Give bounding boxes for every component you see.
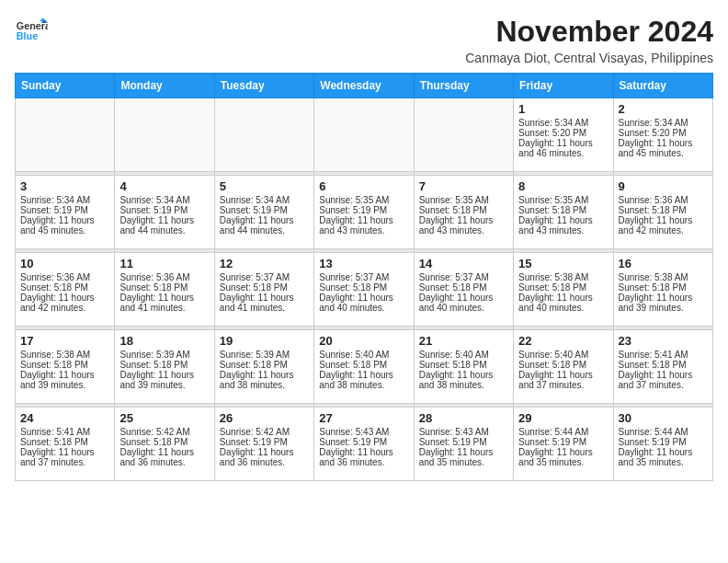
day-info-line: Sunset: 5:19 PM [518, 437, 608, 447]
day-info-line: Sunrise: 5:37 AM [419, 272, 508, 282]
day-info-line: Daylight: 11 hours and 36 minutes. [220, 447, 309, 467]
day-number: 23 [619, 334, 708, 348]
week-row-3: 10Sunrise: 5:36 AMSunset: 5:18 PMDayligh… [16, 253, 713, 327]
day-info-line: Daylight: 11 hours and 35 minutes. [619, 447, 708, 467]
day-info-line: Sunset: 5:18 PM [518, 205, 608, 215]
day-info-line: Daylight: 11 hours and 36 minutes. [119, 447, 209, 467]
day-info-line: Sunset: 5:18 PM [119, 437, 209, 447]
calendar-cell: 14Sunrise: 5:37 AMSunset: 5:18 PMDayligh… [414, 253, 513, 327]
day-info-line: Sunrise: 5:43 AM [319, 427, 408, 437]
page-header: General Blue November 2024 Canmaya Diot,… [15, 15, 713, 65]
day-info-line: Daylight: 11 hours and 43 minutes. [319, 215, 408, 236]
day-number: 28 [419, 411, 508, 425]
day-info-line: Daylight: 11 hours and 37 minutes. [619, 370, 708, 390]
day-info-line: Sunset: 5:18 PM [518, 282, 608, 293]
day-info-line: Sunset: 5:18 PM [20, 360, 109, 370]
day-info-line: Daylight: 11 hours and 41 minutes. [119, 293, 209, 313]
week-row-1: 1Sunrise: 5:34 AMSunset: 5:20 PMDaylight… [16, 98, 713, 172]
day-info-line: Daylight: 11 hours and 38 minutes. [220, 370, 309, 390]
week-row-4: 17Sunrise: 5:38 AMSunset: 5:18 PMDayligh… [16, 330, 713, 404]
day-number: 14 [419, 257, 508, 270]
day-number: 15 [518, 257, 608, 270]
day-number: 6 [319, 179, 408, 193]
day-info-line: Sunset: 5:18 PM [619, 360, 708, 370]
calendar-cell: 11Sunrise: 5:36 AMSunset: 5:18 PMDayligh… [115, 253, 214, 327]
day-info-line: Sunset: 5:18 PM [20, 437, 109, 447]
day-number: 5 [220, 179, 309, 193]
day-info-line: Sunset: 5:19 PM [419, 437, 508, 447]
day-header-sunday: Sunday [16, 74, 115, 98]
calendar-cell: 29Sunrise: 5:44 AMSunset: 5:19 PMDayligh… [514, 408, 613, 481]
day-info-line: Daylight: 11 hours and 39 minutes. [619, 293, 708, 313]
day-number: 19 [220, 334, 309, 348]
day-info-line: Daylight: 11 hours and 44 minutes. [220, 215, 309, 236]
day-number: 2 [619, 102, 708, 116]
day-info-line: Sunset: 5:18 PM [619, 282, 708, 293]
day-number: 8 [518, 179, 608, 193]
day-info-line: Sunrise: 5:39 AM [220, 350, 309, 360]
day-info-line: Daylight: 11 hours and 45 minutes. [20, 215, 109, 236]
day-info-line: Sunrise: 5:44 AM [518, 427, 608, 437]
day-info-line: Sunrise: 5:34 AM [220, 195, 309, 205]
day-info-line: Daylight: 11 hours and 35 minutes. [419, 447, 508, 467]
day-info-line: Daylight: 11 hours and 37 minutes. [518, 370, 608, 390]
day-info-line: Daylight: 11 hours and 46 minutes. [518, 138, 608, 158]
day-info-line: Sunset: 5:18 PM [119, 282, 209, 293]
day-info-line: Sunset: 5:18 PM [518, 360, 608, 370]
calendar-cell: 24Sunrise: 5:41 AMSunset: 5:18 PMDayligh… [16, 408, 115, 481]
day-number: 11 [119, 257, 209, 270]
day-info-line: Sunrise: 5:40 AM [419, 350, 508, 360]
day-info-line: Daylight: 11 hours and 40 minutes. [419, 293, 508, 313]
calendar-cell: 18Sunrise: 5:39 AMSunset: 5:18 PMDayligh… [115, 330, 214, 404]
day-number: 18 [119, 334, 209, 348]
day-info-line: Sunset: 5:19 PM [119, 205, 209, 215]
day-info-line: Daylight: 11 hours and 44 minutes. [119, 215, 209, 236]
day-number: 10 [20, 257, 109, 270]
calendar-cell: 6Sunrise: 5:35 AMSunset: 5:19 PMDaylight… [314, 176, 414, 249]
day-number: 9 [619, 179, 708, 193]
calendar-cell: 17Sunrise: 5:38 AMSunset: 5:18 PMDayligh… [16, 330, 115, 404]
week-row-2: 3Sunrise: 5:34 AMSunset: 5:19 PMDaylight… [16, 176, 713, 249]
day-info-line: Sunrise: 5:42 AM [119, 427, 209, 437]
day-info-line: Sunset: 5:18 PM [220, 360, 309, 370]
day-info-line: Sunset: 5:19 PM [20, 205, 109, 215]
calendar-cell: 3Sunrise: 5:34 AMSunset: 5:19 PMDaylight… [16, 176, 115, 249]
calendar-cell: 8Sunrise: 5:35 AMSunset: 5:18 PMDaylight… [514, 176, 613, 249]
day-info-line: Sunset: 5:18 PM [419, 205, 508, 215]
day-info-line: Daylight: 11 hours and 40 minutes. [518, 293, 608, 313]
day-info-line: Daylight: 11 hours and 41 minutes. [220, 293, 309, 313]
day-info-line: Sunrise: 5:36 AM [119, 272, 209, 282]
calendar-cell: 20Sunrise: 5:40 AMSunset: 5:18 PMDayligh… [314, 330, 414, 404]
calendar-cell: 4Sunrise: 5:34 AMSunset: 5:19 PMDaylight… [115, 176, 214, 249]
day-info-line: Sunrise: 5:35 AM [518, 195, 608, 205]
calendar-cell: 23Sunrise: 5:41 AMSunset: 5:18 PMDayligh… [613, 330, 712, 404]
day-number: 4 [119, 179, 209, 193]
calendar-cell: 16Sunrise: 5:38 AMSunset: 5:18 PMDayligh… [613, 253, 712, 327]
day-number: 25 [119, 411, 209, 425]
calendar-cell [214, 98, 313, 172]
day-info-line: Sunset: 5:19 PM [220, 205, 309, 215]
day-number: 21 [419, 334, 508, 348]
calendar-cell: 30Sunrise: 5:44 AMSunset: 5:19 PMDayligh… [613, 408, 712, 481]
day-info-line: Sunrise: 5:43 AM [419, 427, 508, 437]
day-info-line: Sunrise: 5:37 AM [319, 272, 408, 282]
day-header-monday: Monday [115, 74, 214, 98]
logo: General Blue [15, 15, 48, 48]
calendar-cell: 1Sunrise: 5:34 AMSunset: 5:20 PMDaylight… [514, 98, 613, 172]
day-info-line: Daylight: 11 hours and 39 minutes. [119, 370, 209, 390]
svg-text:Blue: Blue [17, 30, 38, 41]
day-info-line: Sunrise: 5:38 AM [619, 272, 708, 282]
month-title: November 2024 [465, 15, 713, 49]
calendar-cell: 25Sunrise: 5:42 AMSunset: 5:18 PMDayligh… [115, 408, 214, 481]
day-info-line: Sunrise: 5:41 AM [20, 427, 109, 437]
day-info-line: Sunset: 5:18 PM [119, 360, 209, 370]
day-info-line: Sunset: 5:18 PM [20, 282, 109, 293]
day-info-line: Sunrise: 5:38 AM [20, 350, 109, 360]
day-number: 17 [20, 334, 109, 348]
location-subtitle: Canmaya Diot, Central Visayas, Philippin… [465, 51, 713, 65]
day-number: 24 [20, 411, 109, 425]
day-header-saturday: Saturday [613, 74, 712, 98]
day-info-line: Daylight: 11 hours and 37 minutes. [20, 447, 109, 467]
day-info-line: Sunrise: 5:34 AM [619, 118, 708, 128]
day-info-line: Sunrise: 5:37 AM [220, 272, 309, 282]
